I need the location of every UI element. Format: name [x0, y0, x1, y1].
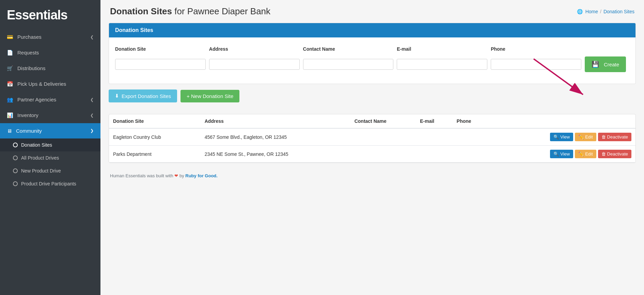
sidebar-item-label: Pick Ups & Deliveries [17, 81, 66, 87]
view-button-row2[interactable]: 🔍 View [550, 150, 573, 158]
col-header-phone: Phone [491, 44, 585, 54]
data-col-actions [490, 114, 635, 128]
table-row: Parks Department 2345 NE Some St., Pawne… [109, 146, 635, 163]
sidebar-item-label: Inventory [17, 112, 38, 118]
sidebar-item-pickups[interactable]: 📅 Pick Ups & Deliveries [0, 76, 100, 92]
filter-table: Donation Site Address Contact Name E-mai… [115, 44, 629, 74]
cell-email [416, 128, 453, 146]
sidebar-item-purchases[interactable]: 💳 Purchases ❮ [0, 29, 100, 45]
view-button-row1[interactable]: 🔍 View [550, 133, 573, 141]
footer-text-before: Human Essentials was built with [110, 173, 174, 178]
sidebar-item-partner-agencies[interactable]: 👥 Partner Agencies ❮ [0, 92, 100, 108]
col-header-address: Address [209, 44, 303, 54]
inventory-icon: 📊 [7, 112, 13, 118]
data-table: Donation Site Address Contact Name E-mai… [109, 114, 635, 163]
chevron-icon: ❮ [90, 97, 94, 102]
col-header-email: E-mail [397, 44, 491, 54]
top-header: Donation Sites for Pawnee Diaper Bank 🌐 … [100, 0, 644, 20]
edit-icon: ✏️ [578, 134, 584, 140]
sidebar-item-label: Requests [17, 50, 39, 55]
heart-icon: ❤ [174, 173, 178, 178]
data-card: Donation Site Address Contact Name E-mai… [109, 114, 636, 163]
cell-address: 4567 Some Blvd., Eagleton, OR 12345 [201, 128, 350, 146]
action-buttons-area: ⬇ Export Donation Sites + New Donation S… [109, 89, 636, 102]
new-donation-site-button[interactable]: + New Donation Site [180, 90, 239, 102]
filter-donation-site-input[interactable] [115, 59, 206, 70]
circle-icon [13, 155, 18, 160]
subnav-item-donation-sites[interactable]: Donation Sites [0, 138, 100, 151]
row-actions: 🔍 View ✏️ Edit 🗑 Deactivate [494, 133, 631, 141]
data-col-donation-site: Donation Site [109, 114, 201, 128]
chevron-icon: ❮ [90, 113, 94, 118]
edit-icon: ✏️ [578, 151, 584, 157]
card-header: Donation Sites [109, 23, 635, 37]
cell-email [416, 146, 453, 163]
edit-button-row2[interactable]: ✏️ Edit [575, 150, 596, 158]
export-donation-sites-button[interactable]: ⬇ Export Donation Sites [109, 89, 177, 102]
search-icon: 🔍 [553, 151, 559, 157]
trash-icon: 🗑 [601, 151, 606, 157]
circle-icon [13, 168, 18, 173]
subnav-item-new-product-drive[interactable]: New Product Drive [0, 164, 100, 177]
sidebar-item-label: Purchases [17, 34, 42, 40]
save-icon: 💾 [592, 61, 599, 68]
deactivate-button-row1[interactable]: 🗑 Deactivate [598, 133, 631, 141]
cell-donation-site: Parks Department [109, 146, 201, 163]
subnav-label: New Product Drive [21, 168, 61, 174]
distributions-icon: 🛒 [7, 65, 13, 71]
sidebar-item-distributions[interactable]: 🛒 Distributions [0, 61, 100, 76]
chevron-down-icon: ❯ [90, 128, 94, 133]
cell-contact-name [350, 146, 416, 163]
col-header-donation-site: Donation Site [115, 44, 209, 54]
subnav-label: Donation Sites [21, 142, 52, 148]
filter-address-input[interactable] [209, 59, 300, 70]
filter-email-input[interactable] [397, 59, 487, 70]
filter-contact-name-input[interactable] [303, 59, 394, 70]
create-button[interactable]: 💾 Create [585, 56, 626, 72]
search-icon: 🔍 [553, 134, 559, 140]
data-col-contact-name: Contact Name [350, 114, 416, 128]
requests-icon: 📄 [7, 50, 13, 56]
edit-button-row1[interactable]: ✏️ Edit [575, 133, 596, 141]
cell-address: 2345 NE Some St., Pawnee, OR 12345 [201, 146, 350, 163]
row-actions: 🔍 View ✏️ Edit 🗑 Deactivate [494, 150, 631, 158]
subnav-label: Product Drive Participants [21, 181, 76, 186]
ruby-for-good-link[interactable]: Ruby for Good. [185, 173, 218, 178]
page-footer: Human Essentials was built with ❤ by Rub… [100, 168, 644, 183]
home-icon: 🌐 [577, 9, 583, 14]
circle-icon [13, 181, 18, 186]
subnav-item-all-product-drives[interactable]: All Product Drives [0, 151, 100, 164]
data-col-address: Address [201, 114, 350, 128]
data-col-email: E-mail [416, 114, 453, 128]
deactivate-button-row2[interactable]: 🗑 Deactivate [598, 150, 631, 158]
cell-contact-name [350, 128, 416, 146]
circle-icon [13, 143, 18, 147]
filter-phone-input[interactable] [491, 59, 581, 70]
main-content: Donation Sites for Pawnee Diaper Bank 🌐 … [100, 0, 644, 295]
breadcrumb: 🌐 Home / Donation Sites [577, 9, 634, 14]
filter-card: Donation Sites Donation Site Address Con… [109, 23, 636, 84]
subnav-item-product-drive-participants[interactable]: Product Drive Participants [0, 177, 100, 190]
purchases-icon: 💳 [7, 34, 13, 40]
col-header-contact-name: Contact Name [303, 44, 397, 54]
footer-text-after: by [179, 173, 185, 178]
sidebar-item-community[interactable]: 🖥 Community ❯ [0, 123, 100, 138]
sidebar-item-inventory[interactable]: 📊 Inventory ❮ [0, 108, 100, 123]
breadcrumb-separator: / [600, 9, 601, 14]
cell-phone [453, 146, 490, 163]
data-card-body: Donation Site Address Contact Name E-mai… [109, 114, 635, 163]
sidebar-item-requests[interactable]: 📄 Requests [0, 45, 100, 61]
breadcrumb-home-link[interactable]: Home [585, 9, 598, 14]
download-icon: ⬇ [115, 93, 119, 99]
page-title-area: Donation Sites for Pawnee Diaper Bank [110, 6, 270, 17]
cell-phone [453, 128, 490, 146]
subnav-label: All Product Drives [21, 155, 59, 161]
brand-logo: Essentials [0, 0, 100, 29]
card-body: Donation Site Address Contact Name E-mai… [109, 37, 635, 84]
partner-agencies-icon: 👥 [7, 97, 13, 103]
sidebar-item-label: Distributions [17, 65, 46, 71]
chevron-icon: ❮ [90, 35, 94, 39]
sidebar-item-label: Community [16, 128, 42, 134]
pickups-icon: 📅 [7, 81, 13, 87]
community-icon: 🖥 [7, 128, 12, 134]
